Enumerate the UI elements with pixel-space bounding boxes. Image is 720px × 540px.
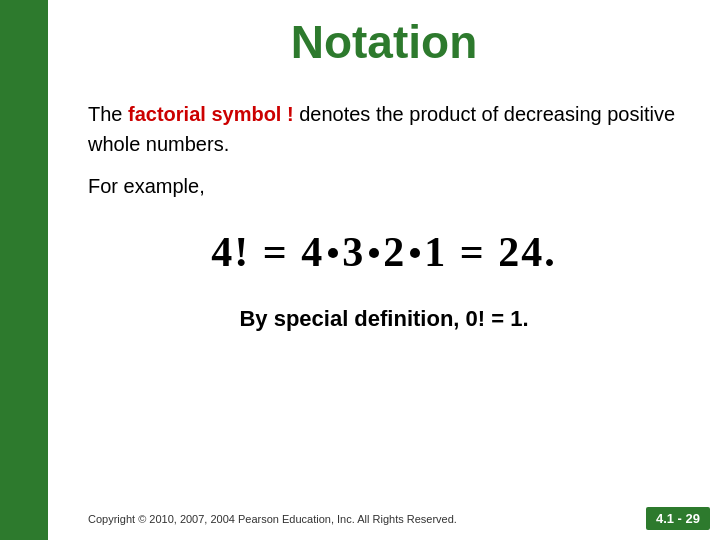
main-content: Notation The factorial symbol ! denotes …	[48, 0, 720, 540]
formula: 4! = 4321 = 24.	[211, 229, 556, 275]
bullet-3	[410, 248, 420, 258]
formula-container: 4! = 4321 = 24.	[88, 228, 680, 276]
left-bar	[0, 0, 48, 540]
bullet-1	[328, 248, 338, 258]
copyright-text: Copyright © 2010, 2007, 2004 Pearson Edu…	[88, 513, 457, 525]
special-definition: By special definition, 0! = 1.	[88, 306, 680, 332]
footer: Copyright © 2010, 2007, 2004 Pearson Edu…	[48, 507, 720, 530]
paragraph1-prefix: The	[88, 103, 128, 125]
factorial-keyword: factorial symbol !	[128, 103, 294, 125]
page-title: Notation	[88, 15, 680, 69]
for-example-text: For example,	[88, 175, 680, 198]
body-paragraph-1: The factorial symbol ! denotes the produ…	[88, 99, 680, 159]
bullet-2	[369, 248, 379, 258]
slide-number: 4.1 - 29	[646, 507, 710, 530]
